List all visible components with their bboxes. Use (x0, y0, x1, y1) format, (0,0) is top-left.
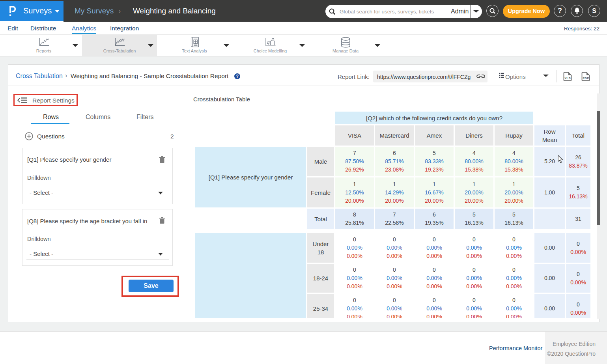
svg-text:XLS: XLS (564, 77, 571, 80)
svg-text:PDF: PDF (583, 77, 589, 80)
